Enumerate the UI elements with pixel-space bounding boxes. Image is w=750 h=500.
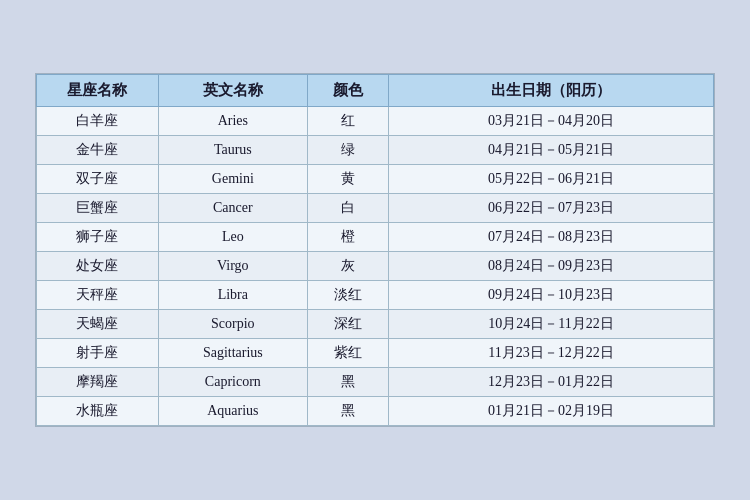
table-row: 水瓶座Aquarius黑01月21日－02月19日 — [37, 397, 714, 426]
cell-date: 04月21日－05月21日 — [389, 136, 714, 165]
cell-date: 11月23日－12月22日 — [389, 339, 714, 368]
cell-chinese-name: 天蝎座 — [37, 310, 159, 339]
cell-english-name: Aries — [158, 107, 307, 136]
header-date: 出生日期（阳历） — [389, 75, 714, 107]
cell-chinese-name: 水瓶座 — [37, 397, 159, 426]
cell-date: 03月21日－04月20日 — [389, 107, 714, 136]
cell-color: 红 — [307, 107, 388, 136]
cell-chinese-name: 天秤座 — [37, 281, 159, 310]
table-row: 摩羯座Capricorn黑12月23日－01月22日 — [37, 368, 714, 397]
cell-date: 08月24日－09月23日 — [389, 252, 714, 281]
header-chinese-name: 星座名称 — [37, 75, 159, 107]
cell-chinese-name: 摩羯座 — [37, 368, 159, 397]
cell-chinese-name: 白羊座 — [37, 107, 159, 136]
cell-chinese-name: 狮子座 — [37, 223, 159, 252]
cell-color: 紫红 — [307, 339, 388, 368]
cell-date: 09月24日－10月23日 — [389, 281, 714, 310]
cell-color: 黄 — [307, 165, 388, 194]
table-row: 天秤座Libra淡红09月24日－10月23日 — [37, 281, 714, 310]
cell-date: 05月22日－06月21日 — [389, 165, 714, 194]
cell-chinese-name: 射手座 — [37, 339, 159, 368]
cell-english-name: Capricorn — [158, 368, 307, 397]
table-row: 双子座Gemini黄05月22日－06月21日 — [37, 165, 714, 194]
cell-color: 黑 — [307, 397, 388, 426]
cell-english-name: Virgo — [158, 252, 307, 281]
table-row: 射手座Sagittarius紫红11月23日－12月22日 — [37, 339, 714, 368]
cell-date: 01月21日－02月19日 — [389, 397, 714, 426]
table-row: 金牛座Taurus绿04月21日－05月21日 — [37, 136, 714, 165]
cell-english-name: Cancer — [158, 194, 307, 223]
table-row: 处女座Virgo灰08月24日－09月23日 — [37, 252, 714, 281]
cell-english-name: Gemini — [158, 165, 307, 194]
table-row: 狮子座Leo橙07月24日－08月23日 — [37, 223, 714, 252]
header-color: 颜色 — [307, 75, 388, 107]
cell-chinese-name: 双子座 — [37, 165, 159, 194]
cell-chinese-name: 处女座 — [37, 252, 159, 281]
cell-color: 深红 — [307, 310, 388, 339]
cell-date: 12月23日－01月22日 — [389, 368, 714, 397]
cell-english-name: Scorpio — [158, 310, 307, 339]
cell-date: 06月22日－07月23日 — [389, 194, 714, 223]
cell-color: 白 — [307, 194, 388, 223]
zodiac-table: 星座名称 英文名称 颜色 出生日期（阳历） 白羊座Aries红03月21日－04… — [36, 74, 714, 426]
cell-english-name: Leo — [158, 223, 307, 252]
cell-color: 灰 — [307, 252, 388, 281]
table-row: 白羊座Aries红03月21日－04月20日 — [37, 107, 714, 136]
header-english-name: 英文名称 — [158, 75, 307, 107]
cell-english-name: Aquarius — [158, 397, 307, 426]
table-row: 巨蟹座Cancer白06月22日－07月23日 — [37, 194, 714, 223]
cell-english-name: Sagittarius — [158, 339, 307, 368]
cell-color: 橙 — [307, 223, 388, 252]
zodiac-table-container: 星座名称 英文名称 颜色 出生日期（阳历） 白羊座Aries红03月21日－04… — [35, 73, 715, 427]
table-header-row: 星座名称 英文名称 颜色 出生日期（阳历） — [37, 75, 714, 107]
cell-english-name: Taurus — [158, 136, 307, 165]
cell-date: 10月24日－11月22日 — [389, 310, 714, 339]
cell-color: 黑 — [307, 368, 388, 397]
cell-color: 淡红 — [307, 281, 388, 310]
cell-english-name: Libra — [158, 281, 307, 310]
cell-chinese-name: 金牛座 — [37, 136, 159, 165]
cell-chinese-name: 巨蟹座 — [37, 194, 159, 223]
table-row: 天蝎座Scorpio深红10月24日－11月22日 — [37, 310, 714, 339]
cell-date: 07月24日－08月23日 — [389, 223, 714, 252]
cell-color: 绿 — [307, 136, 388, 165]
